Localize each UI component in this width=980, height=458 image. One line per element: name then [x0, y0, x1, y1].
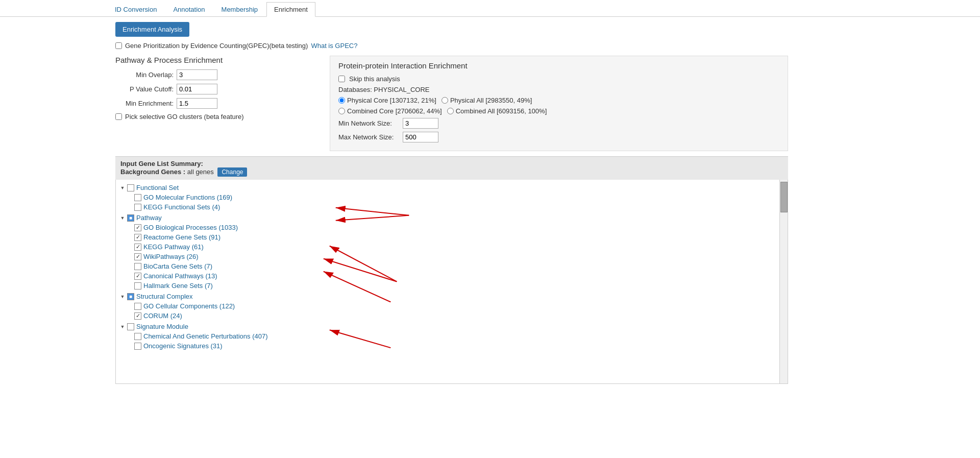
scrollbar-track[interactable]: [779, 180, 788, 383]
skip-row: Skip this analysis: [338, 75, 779, 83]
tab-annotation[interactable]: Annotation: [165, 2, 212, 16]
tree-check-structural-complex[interactable]: ■: [127, 293, 134, 300]
pick-go-label: Pick selective GO clusters (beta feature…: [125, 113, 244, 120]
tree-header-pathway[interactable]: ▼■Pathway: [116, 213, 779, 223]
input-gene-label: Input Gene List Summary:: [120, 160, 203, 167]
tree-item-biocarta: BioCarta Gene Sets (7): [116, 261, 779, 271]
item-check-oncogenic[interactable]: [134, 343, 141, 350]
item-label-wikipathways[interactable]: WikiPathways (26): [143, 253, 199, 260]
item-check-kegg-functional[interactable]: [134, 204, 141, 211]
tab-id-conversion[interactable]: ID Conversion: [107, 2, 164, 16]
tab-membership[interactable]: Membership: [214, 2, 266, 16]
min-enrichment-row: Min Enrichment:: [115, 98, 320, 109]
item-label-go-molecular[interactable]: GO Molecular Functions (169): [143, 194, 232, 201]
skip-checkbox[interactable]: [338, 76, 345, 82]
settings-columns: Pathway & Process Enrichment Min Overlap…: [115, 56, 788, 151]
toggle-icon-structural-complex[interactable]: ▼: [120, 294, 125, 299]
min-enrichment-input[interactable]: [177, 98, 217, 109]
tree-group-structural-complex: ▼■Structural ComplexGO Cellular Componen…: [116, 292, 779, 321]
tab-bar: ID Conversion Annotation Membership Enri…: [0, 0, 980, 17]
tree-item-chemical-genetic: Chemical And Genetic Perturbations (407): [116, 331, 779, 341]
gpec-label: Gene Prioritization by Evidence Counting…: [125, 42, 308, 50]
item-check-hallmark[interactable]: [134, 282, 141, 290]
pick-go-checkbox[interactable]: [115, 113, 122, 120]
item-label-kegg-functional[interactable]: KEGG Functional Sets (4): [143, 203, 220, 211]
radio-group-1: Physical Core [1307132, 21%] Physical Al…: [338, 97, 779, 104]
change-button[interactable]: Change: [217, 167, 247, 177]
radio-group-2: Combined Core [2706062, 44%] Combined Al…: [338, 107, 779, 115]
item-label-go-biological[interactable]: GO Biological Processes (1033): [143, 224, 238, 231]
item-label-reactome[interactable]: Reactome Gene Sets (91): [143, 233, 220, 241]
item-check-biocarta[interactable]: [134, 263, 141, 270]
tree-header-signature-module[interactable]: ▼Signature Module: [116, 322, 779, 331]
scrollbar-thumb[interactable]: [780, 182, 788, 212]
databases-label: Databases: PHYSICAL_CORE: [338, 86, 779, 93]
p-value-label: P Value Cutoff:: [115, 85, 177, 93]
min-network-input[interactable]: [403, 118, 438, 129]
item-check-canonical[interactable]: [134, 273, 141, 280]
item-label-go-cellular[interactable]: GO Cellular Components (122): [143, 302, 235, 310]
toggle-icon-functional-set[interactable]: ▼: [120, 185, 125, 190]
toggle-icon-pathway[interactable]: ▼: [120, 215, 125, 221]
item-check-corum[interactable]: [134, 312, 141, 320]
item-label-hallmark[interactable]: Hallmark Gene Sets (7): [143, 282, 213, 290]
item-label-corum[interactable]: CORUM (24): [143, 312, 182, 320]
tree-item-kegg-functional: KEGG Functional Sets (4): [116, 202, 779, 212]
item-check-chemical-genetic[interactable]: [134, 333, 141, 340]
tree-label-functional-set[interactable]: Functional Set: [136, 184, 179, 191]
item-check-go-biological[interactable]: [134, 224, 141, 231]
tree-label-structural-complex[interactable]: Structural Complex: [136, 293, 193, 300]
item-check-reactome[interactable]: [134, 234, 141, 241]
tree-check-functional-set[interactable]: [127, 184, 134, 191]
tree-item-go-biological: GO Biological Processes (1033): [116, 223, 779, 232]
tree-group-functional-set: ▼Functional SetGO Molecular Functions (1…: [116, 183, 779, 212]
tree-label-pathway[interactable]: Pathway: [136, 214, 162, 222]
max-network-input[interactable]: [403, 132, 438, 142]
radio-physical-all[interactable]: Physical All [2983550, 49%]: [442, 97, 532, 104]
physical-core-label: Physical Core [1307132, 21%]: [347, 97, 436, 104]
item-label-biocarta[interactable]: BioCarta Gene Sets (7): [143, 262, 212, 270]
tree-item-go-molecular: GO Molecular Functions (169): [116, 192, 779, 202]
gpec-checkbox[interactable]: [115, 42, 122, 49]
tree-header-structural-complex[interactable]: ▼■Structural Complex: [116, 292, 779, 301]
item-label-kegg-pathway[interactable]: KEGG Pathway (61): [143, 243, 204, 251]
radio-physical-core[interactable]: Physical Core [1307132, 21%]: [338, 97, 436, 104]
item-label-oncogenic[interactable]: Oncogenic Signatures (31): [143, 342, 223, 350]
tree-item-canonical: Canonical Pathways (13): [116, 271, 779, 281]
gpec-link[interactable]: What is GPEC?: [311, 42, 357, 50]
gene-set-tree: ▼Functional SetGO Molecular Functions (1…: [116, 180, 779, 383]
tree-item-kegg-pathway: KEGG Pathway (61): [116, 242, 779, 252]
ppi-section: Protein-protein Interaction Enrichment S…: [330, 56, 788, 151]
tree-check-signature-module[interactable]: [127, 323, 134, 330]
summary-bar: Input Gene List Summary: Background Gene…: [115, 156, 788, 180]
gpec-row: Gene Prioritization by Evidence Counting…: [115, 42, 788, 50]
tree-label-signature-module[interactable]: Signature Module: [136, 323, 188, 330]
pathway-section: Pathway & Process Enrichment Min Overlap…: [115, 56, 330, 151]
combined-core-label: Combined Core [2706062, 44%]: [347, 107, 442, 115]
tree-item-oncogenic: Oncogenic Signatures (31): [116, 341, 779, 351]
radio-combined-core[interactable]: Combined Core [2706062, 44%]: [338, 107, 442, 115]
item-label-chemical-genetic[interactable]: Chemical And Genetic Perturbations (407): [143, 332, 268, 340]
ppi-title: Protein-protein Interaction Enrichment: [338, 61, 779, 70]
enrichment-analysis-button[interactable]: Enrichment Analysis: [115, 22, 189, 37]
item-check-go-cellular[interactable]: [134, 303, 141, 310]
tab-enrichment[interactable]: Enrichment: [266, 2, 315, 17]
tree-check-pathway[interactable]: ■: [127, 214, 134, 222]
tree-header-functional-set[interactable]: ▼Functional Set: [116, 183, 779, 192]
tree-item-go-cellular: GO Cellular Components (122): [116, 301, 779, 311]
radio-combined-all[interactable]: Combined All [6093156, 100%]: [447, 107, 547, 115]
pick-go-row: Pick selective GO clusters (beta feature…: [115, 113, 320, 120]
item-check-wikipathways[interactable]: [134, 253, 141, 260]
min-enrichment-label: Min Enrichment:: [115, 100, 177, 107]
pathway-title: Pathway & Process Enrichment: [115, 56, 320, 64]
min-overlap-input[interactable]: [177, 69, 217, 80]
tree-item-wikipathways: WikiPathways (26): [116, 252, 779, 261]
item-check-go-molecular[interactable]: [134, 194, 141, 201]
item-check-kegg-pathway[interactable]: [134, 244, 141, 251]
item-label-canonical[interactable]: Canonical Pathways (13): [143, 272, 217, 280]
p-value-input[interactable]: [177, 84, 217, 94]
toggle-icon-signature-module[interactable]: ▼: [120, 324, 125, 329]
min-network-label: Min Network Size:: [338, 119, 400, 127]
main-content: Enrichment Analysis Gene Prioritization …: [107, 17, 796, 389]
background-value: all genes: [187, 168, 214, 176]
